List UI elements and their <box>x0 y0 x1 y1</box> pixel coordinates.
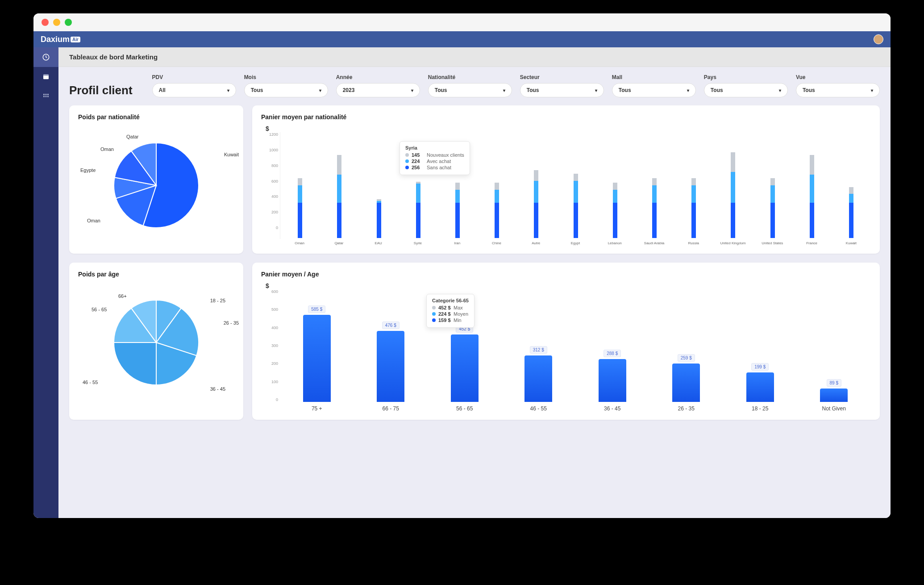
bar-column[interactable]: 476 $ <box>354 289 428 402</box>
bar-segment <box>810 175 814 203</box>
filter-value: Tous <box>251 87 263 93</box>
card-panier-age: Panier moyen / Age $ 6005004003002001000… <box>252 263 880 420</box>
avatar[interactable] <box>874 34 883 44</box>
bar-segment <box>731 152 735 171</box>
filter-label: Pays <box>704 74 788 80</box>
bar-column[interactable] <box>635 132 674 238</box>
bar-column[interactable]: 259 $ <box>649 289 724 402</box>
bar-segment <box>416 184 420 203</box>
bar-segment <box>731 172 735 203</box>
bar-column[interactable] <box>359 132 398 238</box>
sidebar-item-data[interactable] <box>33 67 58 87</box>
bar-column[interactable] <box>280 132 320 238</box>
pie-slice-label: Egypte <box>80 167 96 173</box>
svg-rect-5 <box>47 94 49 95</box>
bar-segment <box>613 190 617 203</box>
bar <box>672 364 700 402</box>
svg-rect-2 <box>43 75 49 76</box>
bar-segment <box>691 203 696 238</box>
filter-select-vue[interactable]: Tous ▾ <box>796 83 880 97</box>
bar-column[interactable] <box>320 132 359 238</box>
bar-segment <box>534 181 538 203</box>
close-icon[interactable] <box>42 19 49 26</box>
chevron-down-icon: ▾ <box>687 88 689 93</box>
minimize-icon[interactable] <box>53 19 60 26</box>
card-title: Panier moyen par nationalité <box>261 113 871 121</box>
sidebar-item-apps[interactable] <box>33 87 58 106</box>
x-tick-label: Not Given <box>797 405 871 412</box>
x-tick-label: Russia <box>674 242 713 246</box>
bar-column[interactable] <box>556 132 595 238</box>
x-tick-label: Chine <box>477 242 516 246</box>
bar-column[interactable]: 89 $ <box>797 289 871 402</box>
bar-column[interactable]: 199 $ <box>723 289 797 402</box>
chevron-down-icon: ▾ <box>411 88 413 93</box>
bar-value-label: 312 $ <box>530 346 547 354</box>
bar-segment <box>377 203 381 238</box>
page-header: Tableaux de bord Marketing <box>58 47 891 67</box>
filter-select-secteur[interactable]: Tous ▾ <box>520 83 604 97</box>
bar-column[interactable]: 288 $ <box>575 289 649 402</box>
bar-column[interactable] <box>595 132 635 238</box>
bar-column[interactable] <box>516 132 556 238</box>
chart-tooltip: Syria 145Nouveaux clients224Avec achat25… <box>400 141 470 175</box>
x-tick-label: 75 + <box>280 405 354 412</box>
x-tick-label: 66 - 75 <box>354 405 428 412</box>
bar-segment <box>731 203 735 238</box>
chevron-down-icon: ▾ <box>319 88 321 93</box>
bar-value-label: 199 $ <box>751 363 769 371</box>
filter-select-mall[interactable]: Tous ▾ <box>612 83 696 97</box>
pie-slice-label: 18 - 25 <box>210 298 225 303</box>
filter-label: Mois <box>244 74 328 80</box>
bar-segment <box>298 203 302 238</box>
chevron-down-icon: ▾ <box>871 88 873 93</box>
bar-segment <box>574 203 578 238</box>
x-tick-label: Oman <box>280 242 319 246</box>
bar-column[interactable] <box>792 132 832 238</box>
bar-segment <box>495 203 499 238</box>
bar <box>820 389 848 402</box>
filter-select-nationalité[interactable]: Tous ▾ <box>428 83 512 97</box>
filter-value: Tous <box>803 87 815 93</box>
x-tick-label: 26 - 35 <box>649 405 724 412</box>
filter-select-année[interactable]: 2023 ▾ <box>336 83 420 97</box>
chevron-down-icon: ▾ <box>595 88 597 93</box>
bar-value-label: 288 $ <box>604 350 621 357</box>
bar <box>377 331 404 402</box>
bar <box>451 334 479 402</box>
bar <box>303 315 331 402</box>
x-tick-label: EAU <box>359 242 398 246</box>
bar-segment <box>455 190 460 203</box>
bar-segment <box>810 155 814 174</box>
bar <box>524 355 552 402</box>
bar-column[interactable] <box>713 132 753 238</box>
bar-segment <box>652 203 657 238</box>
bar-column[interactable] <box>674 132 713 238</box>
filter-select-pays[interactable]: Tous ▾ <box>704 83 788 97</box>
x-tick-label: 36 - 45 <box>575 405 649 412</box>
bar-column[interactable]: 312 $ <box>502 289 576 402</box>
maximize-icon[interactable] <box>65 19 72 26</box>
chevron-down-icon: ▾ <box>779 88 781 93</box>
bar-column[interactable] <box>832 132 871 238</box>
topbar: Daxium Air <box>33 31 891 47</box>
bar-column[interactable] <box>753 132 792 238</box>
filter-label: PDV <box>152 74 236 80</box>
sidebar-item-history[interactable] <box>33 47 58 67</box>
pie-slice-label: 46 - 55 <box>83 380 98 385</box>
filter-select-mois[interactable]: Tous ▾ <box>244 83 328 97</box>
brand-logo[interactable]: Daxium Air <box>41 35 80 44</box>
filter-label: Vue <box>796 74 880 80</box>
filter-select-pdv[interactable]: All ▾ <box>152 83 236 97</box>
pie-slice[interactable] <box>114 343 156 385</box>
bar-segment <box>652 185 657 203</box>
page-title: Profil client <box>69 84 133 97</box>
svg-rect-6 <box>43 96 45 97</box>
pie-chart-age <box>112 298 201 387</box>
bar-segment <box>810 203 814 238</box>
bar-column[interactable]: 585 $ <box>280 289 354 402</box>
x-tick-label: Egypt <box>556 242 595 246</box>
bar-segment <box>534 170 538 181</box>
bar-column[interactable] <box>477 132 516 238</box>
x-tick-label: France <box>792 242 831 246</box>
